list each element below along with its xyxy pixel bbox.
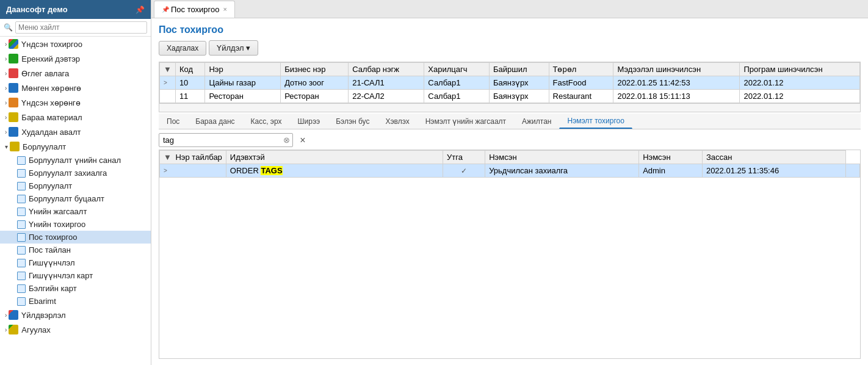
sidebar-item-borluulalt-butsaalt[interactable]: Борлуулалт буцаалт <box>0 192 151 205</box>
sidebar-item-ogleg-avlaga[interactable]: ›Өглег авлага <box>0 66 151 81</box>
lower-th-зассан: Зассан <box>702 151 845 164</box>
lower-section: ⊗ × ▼ Нэр тайлбарИдэвхтэйУтгаНэмсэнНэмсэ… <box>159 129 861 359</box>
nav-item-label: Агуулах <box>21 325 50 334</box>
search-clear-icon[interactable]: ⊗ <box>283 136 290 145</box>
nav-item-icon <box>17 233 26 242</box>
save-button[interactable]: Хадгалах <box>159 41 206 56</box>
nav-item-label: Борлуулалт үнийн санал <box>29 156 121 165</box>
row-cell-4: 21-САЛ1 <box>349 76 424 90</box>
row-cell-5: Салбар1 <box>424 76 490 90</box>
action-button[interactable]: Үйлдэл ▾ <box>209 40 258 56</box>
btab-hevleh[interactable]: Хэвлэх <box>377 114 417 129</box>
row-cell-7: Restaurant <box>549 90 613 103</box>
btab-belen-bus[interactable]: Бэлэн бус <box>328 114 377 129</box>
lower-row-nemsench2: 2022.01.25 11:35:46 <box>702 164 845 178</box>
sidebar-item-yndsen-tohirgoo[interactable]: ›Үндсэн тохиргоо <box>0 37 151 51</box>
btab-nemelt-uniin-jagsaalt[interactable]: Нэмэлт үнийн жагсаалт <box>418 114 514 129</box>
th-салбар-нэгж: Салбар нэгж <box>349 63 424 76</box>
lower-th-нэмсэн: Нэмсэн <box>639 151 703 164</box>
row-cell-3: Дотно зоог <box>281 76 349 90</box>
lower-row-nemsench1: Admin <box>639 164 703 178</box>
btab-pos[interactable]: Пос <box>159 114 187 129</box>
sidebar-item-ebarimt[interactable]: Ebarimt <box>0 295 151 308</box>
sidebar-item-borluulalt-zahialga[interactable]: Борлуулалт захиалга <box>0 167 151 179</box>
sidebar-item-hudaldaan-avalt[interactable]: ›Худалдан авалт <box>0 125 151 139</box>
sidebar-item-pos-tohirgoo[interactable]: Пос тохиргоо <box>0 231 151 244</box>
chevron-icon: ▾ <box>5 143 8 150</box>
sidebar-item-baraa-material[interactable]: ›Бараа материал <box>0 110 151 125</box>
tab-close-icon[interactable]: × <box>223 5 227 13</box>
th-бизнес-нэр: Бизнес нэр <box>281 63 349 76</box>
nav-item-icon <box>10 142 20 151</box>
th-expand: ▼ <box>160 63 176 76</box>
sidebar-item-aguulah[interactable]: ›Агуулах <box>0 322 151 337</box>
nav-item-label: Пос тайлан <box>29 245 71 255</box>
lower-table: ▼ Нэр тайлбарИдэвхтэйУтгаНэмсэнНэмсэнЗас… <box>159 150 861 359</box>
tab-pos-tohirgoo[interactable]: 📌 Пос тохиргоо × <box>154 1 235 18</box>
btab-ajiltan[interactable]: Ажилтан <box>514 114 559 129</box>
lower-table-row[interactable]: >ORDER TAGS✓Урьдчилсан захиалгаAdmin2022… <box>160 164 860 178</box>
nav-item-label: Үнийн жагсаалт <box>29 207 87 216</box>
chevron-icon: › <box>5 312 7 319</box>
sidebar-item-borluulalt[interactable]: ▾Борлуулалт <box>0 139 151 154</box>
sidebar-item-uniin-jagsaalt[interactable]: Үнийн жагсаалт <box>0 205 151 218</box>
row-expand[interactable]: > <box>160 76 176 90</box>
nav-item-label: Еренхий дэвтэр <box>21 54 80 63</box>
nav-item-icon <box>17 246 26 255</box>
nav-item-icon <box>17 182 26 190</box>
lower-table-header-row: ▼ Нэр тайлбарИдэвхтэйУтгаНэмсэнНэмсэнЗас… <box>160 151 860 164</box>
toolbar: Хадгалах Үйлдэл ▾ <box>159 40 861 56</box>
sidebar-item-belgiin-kart[interactable]: Бэлгийн карт <box>0 282 151 295</box>
sidebar-pin-icon[interactable]: 📌 <box>136 5 145 14</box>
lower-th-утга: Утга <box>443 151 485 164</box>
filter-icon[interactable]: ▼ <box>164 65 172 74</box>
nav-item-label: Бараа материал <box>21 113 82 122</box>
lower-row-idewhtei: ✓ <box>443 164 485 178</box>
chevron-icon: › <box>5 41 7 48</box>
sidebar-item-yndsen-horengo[interactable]: ›Үндсэн хөрөнгө <box>0 95 151 110</box>
th-мэдээлэл-шинэчилсэн: Мэдээлэл шинэчилсэн <box>613 63 740 76</box>
nav-item-label: Мөнген хөрөнгө <box>21 84 81 93</box>
action-label: Үйлдэл <box>217 43 244 52</box>
upper-table: ▼КодНэрБизнес нэрСалбар нэгжХарилцагчБай… <box>159 62 861 104</box>
sidebar-item-gishuunchlel-kart[interactable]: Гишүүнчлэл карт <box>0 269 151 282</box>
upper-table-body: >10Цайны газарДотно зоог21-САЛ1Салбар1Ба… <box>160 76 860 103</box>
lower-th-нэр-тайлбар: ▼ Нэр тайлбар <box>160 151 226 164</box>
btab-nemelt-tohirgoo[interactable]: Нэмэлт тохиргоо <box>559 114 632 129</box>
search-close-button[interactable]: × <box>297 134 309 146</box>
nav-item-label: Гишүүнчлэл <box>29 258 74 267</box>
table-row[interactable]: 11РесторанРесторан22-САЛ2Салбар1Баянзүрх… <box>160 90 860 103</box>
nav-item-icon <box>17 259 26 267</box>
nav-item-label: Бэлгийн карт <box>29 284 77 293</box>
table-row[interactable]: >10Цайны газарДотно зоог21-САЛ1Салбар1Ба… <box>160 76 860 90</box>
filter-icon[interactable]: ▼ <box>164 153 173 162</box>
sidebar-item-pos-taillan[interactable]: Пос тайлан <box>0 244 151 256</box>
search-input[interactable] <box>159 133 293 147</box>
chevron-icon: › <box>5 85 7 92</box>
sidebar-item-erenkhii-devter[interactable]: ›Еренхий дэвтэр <box>0 51 151 66</box>
sidebar-search-input[interactable] <box>15 21 147 34</box>
pos-data-table: ▼КодНэрБизнес нэрСалбар нэгжХарилцагчБай… <box>159 62 860 103</box>
nav-item-label: Үндсэн тохиргоо <box>21 40 82 49</box>
lower-row-expand[interactable]: > <box>160 164 226 178</box>
sidebar-item-borluulalt[interactable]: Борлуулалт <box>0 179 151 192</box>
sidebar-item-yuildverlelel[interactable]: ›Үйлдвэрлэл <box>0 308 151 322</box>
row-cell-7: FastFood <box>549 76 613 90</box>
sidebar-item-gishuunchlel[interactable]: Гишүүнчлэл <box>0 256 151 269</box>
th-код: Код <box>175 63 205 76</box>
chevron-icon: › <box>5 70 7 77</box>
row-cell-1: 11 <box>175 90 205 103</box>
sidebar-item-borluulalt-uniin-sanal[interactable]: Борлуулалт үнийн санал <box>0 154 151 167</box>
btab-baraa-dans[interactable]: Бараа данс <box>187 114 242 129</box>
btab-shireg[interactable]: Ширээ <box>290 114 328 129</box>
sidebar-item-uniin-tohirgoo[interactable]: Үнийн тохиргоо <box>0 218 151 231</box>
btab-kass-erh[interactable]: Касс, эрх <box>243 114 290 129</box>
dropdown-arrow-icon: ▾ <box>246 43 250 52</box>
horizontal-scrollbar[interactable] <box>159 104 861 112</box>
sidebar: Даансофт демо 📌 🔍 ›Үндсэн тохиргоо›Еренх… <box>0 0 151 365</box>
sidebar-item-mongon-horengo[interactable]: ›Мөнген хөрөнгө <box>0 81 151 95</box>
nav-item-icon <box>9 98 18 107</box>
row-expand[interactable] <box>160 90 176 103</box>
lower-th-нэмсэн: Нэмсэн <box>485 151 639 164</box>
row-cell-8: 2022.01.25 11:42:53 <box>613 76 740 90</box>
